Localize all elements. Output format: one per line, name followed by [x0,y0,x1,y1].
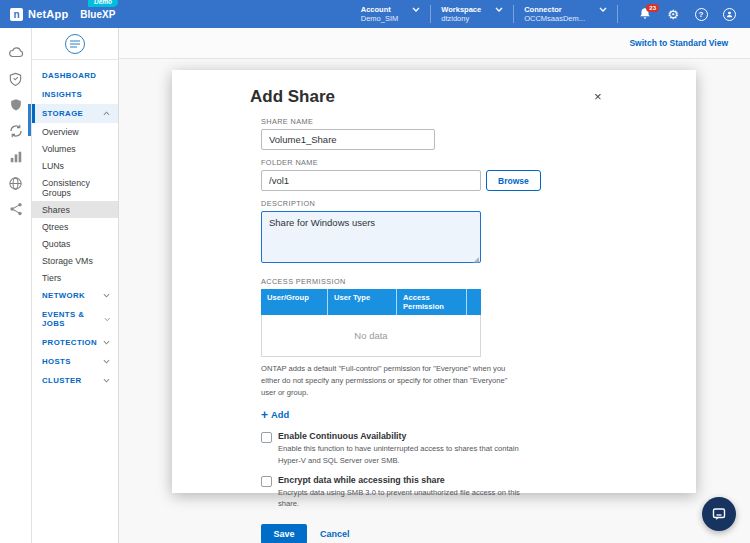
chevron-up-icon [103,111,110,116]
column-header-user-group: User/Group [261,289,328,315]
chevron-down-icon [103,359,110,364]
rail-mobility-icon[interactable] [3,118,29,144]
user-icon [723,8,736,21]
sidebar-item-shares[interactable]: Shares [32,201,118,218]
header-divider [430,5,431,23]
workspace-value: dtzidony [441,14,481,23]
share-name-label: SHARE NAME [261,117,696,126]
sidebar-label: NETWORK [42,291,85,300]
rail-share-icon[interactable] [3,196,29,222]
account-label: Account [361,5,399,14]
sidebar-label: DASHBOARD [42,71,96,80]
rail-analytics-icon[interactable] [3,144,29,170]
sidebar-item-protection[interactable]: PROTECTION [32,333,118,352]
sidebar-label: STORAGE [42,109,83,118]
modal-title: Add Share [172,70,696,107]
description-textarea[interactable]: Share for Windows users [261,211,481,263]
switch-standard-view-link[interactable]: Switch to Standard View [629,38,728,48]
sidebar-item-network[interactable]: NETWORK [32,286,118,305]
rail-health-icon[interactable] [3,66,29,92]
collapse-menu-button[interactable] [65,34,85,54]
description-label: DESCRIPTION [261,199,696,208]
icon-rail [0,28,32,543]
workspace-label: Workspace [441,5,481,14]
sidebar-item-events-jobs[interactable]: EVENTS & JOBS [32,305,118,333]
close-icon[interactable]: × [594,90,602,103]
cancel-button[interactable]: Cancel [320,529,350,539]
share-name-field: SHARE NAME [261,117,696,150]
sidebar-label: CLUSTER [42,376,82,385]
sidebar-item-storage[interactable]: STORAGE [32,104,118,123]
sidebar-item-insights[interactable]: INSIGHTS [32,85,118,104]
bar-chart-icon [9,150,23,164]
add-label: Add [271,410,289,420]
account-dropdown[interactable]: Account Demo_SIM [361,5,421,24]
sidebar-item-overview[interactable]: Overview [32,123,118,140]
sidebar-item-storage-vms[interactable]: Storage VMs [32,252,118,269]
sidebar-item-luns[interactable]: LUNs [32,157,118,174]
sidebar-label: HOSTS [42,357,71,366]
sidebar-item-qtrees[interactable]: Qtrees [32,218,118,235]
sidebar-item-dashboard[interactable]: DASHBOARD [32,66,118,85]
checkbox-label: Enable Continuous Availability [278,431,528,441]
cloud-icon [8,45,24,61]
column-header-actions [467,289,481,315]
access-permission-section: ACCESS PERMISSION User/Group User Type A… [261,277,696,398]
shield-heart-icon [8,72,23,87]
header-icons: 23 ⚙ ? [628,3,740,25]
plus-icon: + [261,409,268,421]
page: n NetApp BlueXP Demo Account Demo_SIM Wo… [0,0,750,543]
user-menu-button[interactable] [718,3,740,25]
continuous-availability-checkbox[interactable] [261,432,272,443]
sidebar-label: INSIGHTS [42,90,82,99]
sidebar-label: PROTECTION [42,338,97,347]
column-header-user-type: User Type [328,289,397,315]
rail-active-indicator [28,104,31,136]
chat-icon [711,506,727,522]
chevron-down-icon [104,317,110,322]
shield-icon [9,98,23,112]
brand-bluexp: BlueXP [80,9,115,20]
sidebar-item-volumes[interactable]: Volumes [32,140,118,157]
connector-label: Connector [524,5,585,14]
workspace-dropdown[interactable]: Workspace dtzidony [441,5,503,24]
header-divider [513,5,514,23]
access-permission-table: User/Group User Type Access Permission N… [261,289,481,357]
modal-body: SHARE NAME FOLDER NAME Browse DESCRIPTIO… [172,107,696,543]
encrypt-data-checkbox[interactable] [261,476,272,487]
top-header: n NetApp BlueXP Demo Account Demo_SIM Wo… [0,0,750,28]
header-divider [617,5,618,23]
save-button[interactable]: Save [261,524,307,543]
folder-name-input[interactable] [261,170,481,191]
folder-name-label: FOLDER NAME [261,158,696,167]
access-permission-label: ACCESS PERMISSION [261,277,696,286]
rail-governance-icon[interactable] [3,170,29,196]
rail-protection-icon[interactable] [3,92,29,118]
table-empty-state: No data [261,315,481,357]
connector-dropdown[interactable]: Connector OCCMsaasDem... [524,5,607,24]
column-header-access-permission: Access Permission [397,289,467,315]
share-name-input[interactable] [261,129,435,150]
sidebar-item-hosts[interactable]: HOSTS [32,352,118,371]
sidebar: DASHBOARD INSIGHTS STORAGE Overview Volu… [32,28,119,543]
settings-button[interactable]: ⚙ [662,3,684,25]
content-topbar: Switch to Standard View [119,28,750,59]
folder-name-field: FOLDER NAME Browse [261,158,696,191]
sidebar-menu: DASHBOARD INSIGHTS STORAGE Overview Volu… [32,60,118,390]
description-field: DESCRIPTION Share for Windows users [261,199,696,267]
notifications-button[interactable]: 23 [634,3,656,25]
help-button[interactable]: ? [690,3,712,25]
brand: n NetApp BlueXP Demo [0,8,115,21]
chat-widget-button[interactable] [702,497,736,531]
chevron-down-icon [495,7,503,12]
add-permission-button[interactable]: + Add [261,409,696,421]
hamburger-icon [70,40,80,48]
sidebar-item-tiers[interactable]: Tiers [32,269,118,286]
sidebar-item-quotas[interactable]: Quotas [32,235,118,252]
chevron-down-icon [599,7,607,12]
checkbox-description: Encrypts data using SMB 3.0 to prevent u… [278,487,528,510]
sidebar-item-cluster[interactable]: CLUSTER [32,371,118,390]
browse-button[interactable]: Browse [486,170,541,191]
rail-storage-icon[interactable] [3,40,29,66]
sidebar-item-consistency-groups[interactable]: Consistency Groups [32,174,118,201]
